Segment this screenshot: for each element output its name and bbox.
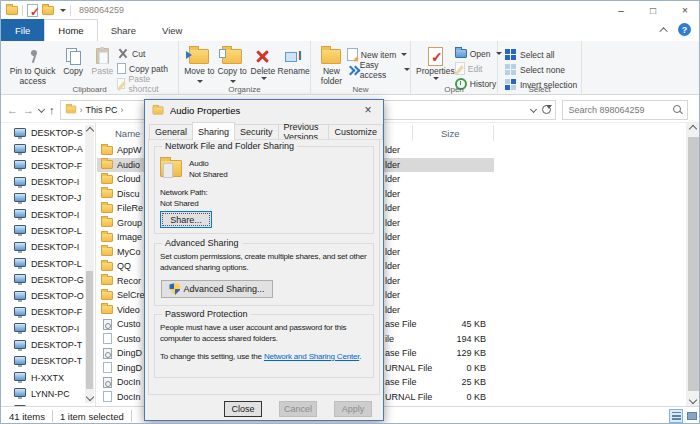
computer-icon — [14, 372, 26, 381]
open-icon — [455, 49, 467, 58]
minimize-button[interactable]: – — [605, 1, 637, 19]
nav-item[interactable]: DESKTOP-J — [1, 190, 95, 206]
dialog-tab-previous-versions[interactable]: Previous Versions — [279, 124, 330, 140]
rename-button[interactable]: Rename — [277, 43, 310, 77]
plainfile-icon — [103, 362, 112, 373]
scroll-up-icon[interactable] — [689, 125, 697, 133]
nav-item[interactable]: DESKTOP-A — [1, 141, 95, 157]
nav-scrollbar[interactable] — [85, 125, 94, 403]
nav-item[interactable]: DESKTOP-I — [1, 239, 95, 255]
nav-scrollbar-thumb[interactable] — [86, 271, 93, 389]
tab-view[interactable]: View — [149, 19, 195, 41]
refresh-icon[interactable] — [542, 105, 551, 114]
nav-item[interactable]: DESKTOP-S — [1, 125, 95, 141]
move-to-button[interactable]: Move to — [183, 43, 216, 86]
delete-button[interactable]: Delete — [248, 43, 277, 80]
recent-locations-icon[interactable] — [38, 106, 45, 113]
copy-button[interactable]: Copy — [58, 43, 87, 77]
network-sharing-label: Network File and Folder Sharing — [162, 141, 297, 151]
nav-item[interactable]: H-XXTX — [1, 369, 95, 385]
nav-item[interactable]: DESKTOP-L — [1, 223, 95, 239]
up-icon[interactable]: ↑ — [49, 104, 55, 116]
scroll-up-icon[interactable] — [85, 127, 93, 135]
cancel-button[interactable]: Cancel — [279, 401, 317, 417]
nav-item[interactable]: DESKTOP-I — [1, 174, 95, 190]
group-open: ✓ Properties Open Edit History Open — [411, 41, 498, 95]
navigation-pane: DESKTOP-S DESKTOP-A DESKTOP-F DE — [1, 123, 96, 406]
nav-item[interactable]: DESKTOP-T — [1, 337, 95, 353]
dialog-tab-customize[interactable]: Customize — [329, 124, 383, 140]
search-input[interactable]: Search 898064259 — [569, 105, 645, 115]
select-none-button[interactable]: Select none — [505, 62, 577, 77]
details-view-button[interactable] — [669, 409, 683, 423]
nav-item[interactable]: DESKTOP-I — [1, 321, 95, 337]
forward-icon[interactable]: → — [23, 104, 34, 116]
dialog-tab-general[interactable]: General — [149, 124, 193, 140]
easy-access-button[interactable]: Easy access — [347, 62, 410, 77]
dialog-close-icon[interactable]: × — [353, 100, 383, 119]
copy-to-button[interactable]: Copy to — [216, 43, 249, 86]
location-folder-icon — [65, 106, 75, 114]
nav-item[interactable]: LYNN-PC — [1, 386, 95, 402]
network-path-label: Network Path: — [160, 188, 208, 199]
nav-item[interactable]: DESKTOP-I — [1, 206, 95, 222]
folder-icon — [101, 305, 113, 314]
tab-share[interactable]: Share — [98, 19, 149, 41]
computer-icon — [14, 242, 26, 251]
close-dialog-button[interactable]: Close — [224, 401, 262, 417]
address-dropdown-icon[interactable] — [529, 106, 536, 113]
cut-button[interactable]: Cut — [117, 46, 178, 61]
select-none-icon — [505, 64, 517, 76]
maximize-button[interactable]: □ — [637, 1, 669, 19]
move-to-icon — [189, 49, 209, 64]
open-button[interactable]: Open — [455, 46, 502, 61]
copy-path-icon — [117, 63, 126, 74]
close-button[interactable]: × — [669, 1, 700, 19]
nav-item[interactable]: DESKTOP-F — [1, 304, 95, 320]
pin-icon — [25, 48, 41, 64]
shared-item-name: Audio — [189, 159, 208, 170]
file-list-scrollbar[interactable] — [686, 123, 700, 406]
dialog-tab-security[interactable]: Security — [235, 124, 279, 140]
column-header-size[interactable]: Size — [413, 125, 494, 141]
scroll-down-icon[interactable] — [689, 396, 697, 404]
paste-button[interactable]: Paste — [88, 43, 117, 77]
tab-file[interactable]: File — [1, 19, 44, 41]
apply-button[interactable]: Apply — [334, 401, 372, 417]
dialog-titlebar: Audio Properties — [145, 100, 383, 120]
help-icon[interactable]: ? — [678, 23, 691, 36]
folder-icon — [101, 175, 113, 184]
share-button[interactable]: Share... — [160, 211, 212, 228]
search-box[interactable]: Search 898064259 — [562, 100, 688, 120]
computer-icon — [14, 356, 26, 365]
new-item-icon — [347, 48, 358, 61]
tab-home[interactable]: Home — [44, 19, 97, 41]
thumbnail-view-button[interactable] — [685, 409, 699, 423]
delete-caret-icon — [261, 77, 267, 80]
edit-button[interactable]: Edit — [455, 61, 502, 76]
new-folder-button[interactable]: New folder — [316, 43, 347, 86]
nav-item[interactable]: DESKTOP-O — [1, 288, 95, 304]
nav-item[interactable]: DESKTOP-L — [1, 255, 95, 271]
select-all-button[interactable]: Select all — [505, 47, 577, 62]
folder-qat-icon[interactable] — [42, 6, 54, 15]
advanced-sharing-button[interactable]: Advanced Sharing... — [161, 280, 273, 298]
scroll-down-icon[interactable] — [85, 393, 93, 401]
explorer-window: ✓ 898064259 – □ × File Home Share View ?… — [0, 0, 700, 424]
properties-qat-icon[interactable]: ✓ — [27, 4, 38, 17]
nav-item[interactable]: DESKTOP-T — [1, 353, 95, 369]
back-icon[interactable]: ← — [7, 104, 18, 116]
group-label-select: Select — [498, 85, 581, 94]
nav-item[interactable]: DESKTOP-F — [1, 158, 95, 174]
window-controls: – □ × — [605, 1, 700, 19]
dialog-tab-sharing[interactable]: Sharing — [192, 122, 235, 140]
pin-to-quick-access-button[interactable]: Pin to Quick access — [7, 43, 58, 86]
qat-dropdown-icon[interactable] — [60, 9, 66, 12]
group-organize: Move to Copy to Delete Rename Organize — [179, 41, 311, 95]
breadcrumb-this-pc[interactable]: This PC — [86, 105, 118, 115]
network-sharing-center-link[interactable]: Network and Sharing Center — [264, 352, 359, 361]
computer-icon — [14, 177, 26, 186]
nav-item[interactable]: DESKTOP-G — [1, 272, 95, 288]
properties-button[interactable]: ✓ Properties — [416, 43, 455, 80]
file-scrollbar-thumb[interactable] — [688, 137, 699, 391]
